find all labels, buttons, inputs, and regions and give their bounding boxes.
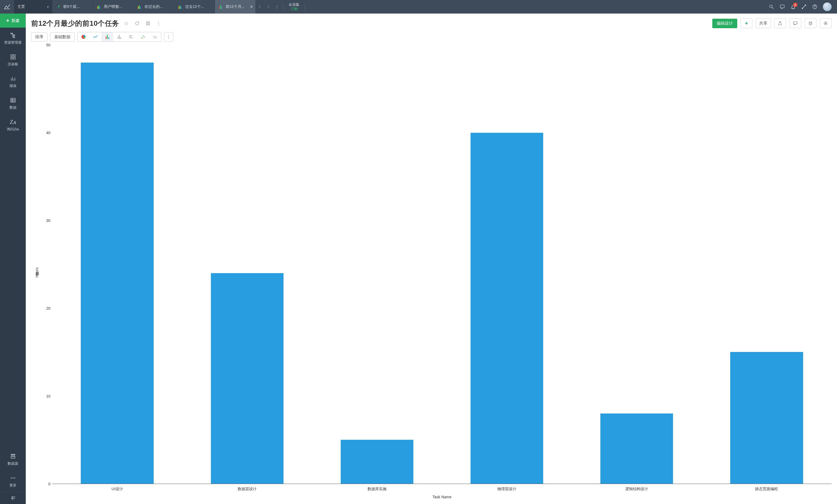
tab-2[interactable]: 在过去的... — [133, 0, 174, 14]
chart-type-more-button[interactable]: ⋮ — [164, 32, 173, 41]
edit-design-button[interactable]: 编辑设计 — [712, 19, 737, 28]
x-label: 数据库实施 — [312, 484, 442, 491]
sidebar-item-data[interactable]: 数据 — [0, 93, 26, 114]
tab-0[interactable]: ↗ 前5个延... — [52, 0, 93, 14]
chart-type-line[interactable] — [89, 32, 101, 41]
bar[interactable] — [600, 414, 673, 484]
x-axis-line — [52, 484, 832, 484]
tab-3[interactable]: 过去12个... — [174, 0, 215, 14]
y-tick: 20 — [46, 306, 50, 310]
refresh-icon[interactable] — [133, 19, 141, 27]
svg-rect-10 — [13, 55, 15, 56]
bar[interactable] — [211, 273, 284, 484]
favorite-icon[interactable]: ☆ — [123, 19, 130, 27]
enterprise-label: 企业版 — [289, 2, 299, 7]
tab-next-button[interactable] — [264, 0, 273, 14]
sidebar-item-more[interactable]: 更多 — [0, 470, 26, 492]
app-logo[interactable] — [0, 0, 14, 14]
bar-chart-icon — [219, 5, 224, 9]
settings-button[interactable] — [820, 18, 832, 28]
help-icon[interactable] — [809, 0, 820, 14]
sidebar-item-reports[interactable]: 报表 — [0, 71, 26, 93]
add-button[interactable]: + — [741, 18, 752, 28]
chart-type-map[interactable] — [149, 32, 161, 41]
bar[interactable] — [341, 440, 413, 484]
open-tabs: ↗ 前5个延... 用户明智... 在过去的... 过去12个... 前12 — [52, 0, 255, 14]
bar-slot — [52, 45, 182, 484]
svg-point-19 — [14, 478, 15, 479]
chart-type-bar[interactable] — [101, 32, 113, 41]
tab-overflow-button[interactable]: ⋮ — [273, 0, 281, 14]
svg-rect-25 — [129, 36, 131, 37]
x-axis-labels: UI设计数据层设计数据库实施物理层设计逻辑结构设计静态页面编程 — [52, 484, 832, 491]
svg-point-30 — [142, 38, 143, 38]
plus-icon: + — [6, 18, 10, 24]
bar[interactable] — [470, 133, 543, 484]
sort-button[interactable]: 排序 — [31, 33, 48, 41]
datasource-icon — [10, 453, 16, 460]
divider — [283, 3, 283, 11]
share-button[interactable]: 共享 — [756, 18, 771, 28]
divider — [305, 3, 305, 11]
search-icon[interactable] — [766, 0, 777, 14]
svg-point-18 — [13, 478, 14, 479]
bar-slot — [312, 45, 442, 484]
sidebar-item-label: 更多 — [10, 483, 17, 488]
workspace-label: 主页 — [17, 4, 25, 9]
svg-rect-6 — [11, 33, 12, 34]
chart-type-scatter[interactable] — [137, 32, 149, 41]
close-icon[interactable]: ✕ — [250, 5, 253, 9]
sidebar-item-zia[interactable]: Zᴀ 询问Zia — [0, 114, 26, 136]
chat-icon[interactable] — [777, 0, 788, 14]
secondary-toolbar: 排序 基础数据 — [26, 31, 837, 45]
svg-point-0 — [769, 5, 772, 7]
x-label: 数据层设计 — [182, 484, 312, 491]
svg-rect-13 — [11, 98, 15, 103]
comment-button[interactable] — [789, 18, 801, 28]
chart: 01020304050 UI设计数据层设计数据库实施物理层设计逻辑结构设计静态页… — [40, 45, 832, 501]
tools-icon[interactable] — [799, 0, 809, 14]
sidebar-item-explorer[interactable]: 资源管理器 — [0, 28, 26, 49]
y-tick: 50 — [46, 43, 50, 47]
sidebar-item-label: 询问Zia — [7, 127, 19, 132]
sidebar-item-dashboards[interactable]: 仪表板 — [0, 49, 26, 71]
sidebar-item-label: 数据 — [10, 105, 17, 110]
more-options-icon[interactable]: ⋮ — [155, 19, 163, 27]
y-tick: 10 — [46, 394, 50, 398]
plot-area — [52, 45, 832, 484]
bar[interactable] — [730, 352, 803, 484]
chart-type-stacked[interactable] — [113, 32, 125, 41]
svg-rect-26 — [129, 38, 133, 38]
tab-nav: ⋮ — [255, 0, 281, 14]
bar[interactable] — [81, 62, 154, 484]
tab-label: 用户明智... — [104, 4, 122, 9]
x-label: 逻辑结构设计 — [572, 484, 702, 491]
tab-4[interactable]: 前12个月... ✕ — [215, 0, 255, 14]
notification-badge: 6 — [793, 3, 798, 7]
export-button[interactable] — [774, 18, 786, 28]
workspace-select[interactable]: 主页 ▾ — [14, 0, 52, 14]
user-avatar[interactable] — [823, 2, 832, 11]
subscribe-link[interactable]: 订购 — [290, 7, 298, 11]
notifications-icon[interactable]: 6 — [788, 0, 799, 14]
sidebar-collapse-button[interactable] — [0, 492, 26, 504]
save-icon[interactable] — [144, 19, 152, 27]
sidebar: + 新建 资源管理器 仪表板 报表 数据 — [0, 14, 26, 504]
tab-prev-button[interactable] — [255, 0, 264, 14]
chart-type-pie[interactable] — [77, 32, 89, 41]
source-data-button[interactable]: 基础数据 — [50, 33, 74, 41]
tab-1[interactable]: 用户明智... — [93, 0, 133, 14]
page-title: 前12个月最少的前10个任务 — [31, 19, 119, 28]
chart-container: 合计 Hours 01020304050 UI设计数据层设计数据库实施物理层设计… — [26, 45, 837, 504]
new-label: 新建 — [12, 18, 19, 23]
chart-plot: 01020304050 — [40, 45, 832, 484]
bar-slot — [182, 45, 312, 484]
chart-type-horizontal[interactable] — [125, 32, 137, 41]
alarm-button[interactable] — [804, 18, 816, 28]
sidebar-item-datasource[interactable]: 数据源 — [0, 449, 26, 470]
y-tick: 0 — [48, 482, 50, 486]
x-axis-title: Task Name — [52, 491, 832, 501]
svg-rect-7 — [13, 35, 14, 36]
new-button[interactable]: + 新建 — [0, 14, 26, 28]
chart-type-group — [77, 32, 161, 42]
